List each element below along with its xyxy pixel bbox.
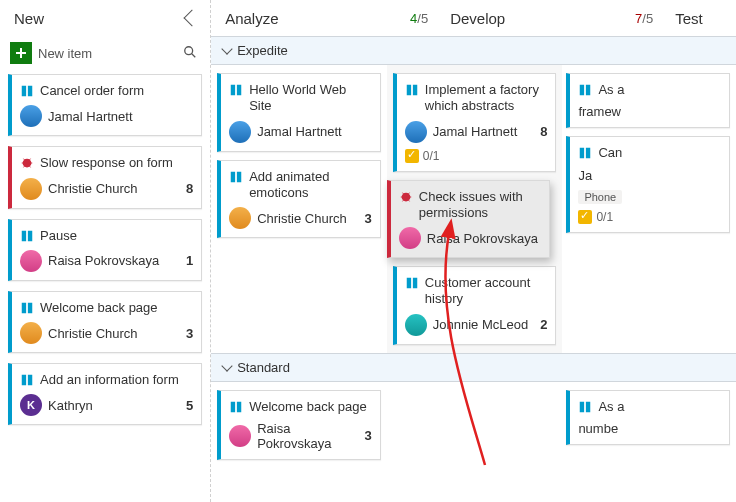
column-header-develop: Develop 7/5 [436,0,661,36]
assignee-name: Christie Church [48,181,138,196]
story-icon [405,83,419,97]
avatar: K [20,394,42,416]
avatar [399,227,421,249]
story-icon [20,301,34,315]
work-item-card[interactable]: Cancel order formJamal Hartnett [8,74,202,136]
story-icon [20,229,34,243]
card-title: Implement a factory which abstracts [425,82,548,115]
work-item-card[interactable]: Hello World Web SiteJamal Hartnett [217,73,381,152]
avatar [20,322,42,344]
avatar [20,105,42,127]
svg-rect-31 [586,148,590,159]
svg-rect-30 [580,148,584,159]
work-item-card[interactable]: Add animated emoticonsChristie Church3 [217,160,381,239]
svg-rect-16 [231,85,235,96]
svg-point-2 [185,46,193,54]
svg-rect-32 [231,401,235,412]
work-item-card[interactable]: CanJaPhone0/1 [566,136,730,232]
wip-count: 4/5 [410,11,428,26]
chevron-down-icon [221,360,232,371]
column-title: Develop [450,10,635,27]
swimlane-title: Expedite [237,43,288,58]
avatar [229,121,251,143]
svg-rect-29 [586,85,590,96]
work-item-card[interactable]: Welcome back pageRaisa Pokrovskaya3 [217,390,381,460]
card-title: Welcome back page [249,399,372,415]
add-new-item-button[interactable] [10,42,32,64]
card-subtext: Ja [578,168,592,183]
svg-rect-10 [22,230,26,241]
work-item-card[interactable]: Customer account historyJohnnie McLeod2 [393,266,557,345]
story-icon [578,400,592,414]
assignee-name: Kathryn [48,398,93,413]
column-header-new: New [0,0,210,36]
card-title: Slow response on form [40,155,193,171]
chevron-down-icon [221,43,232,54]
card-title: Pause [40,228,193,244]
card-count: 2 [540,317,547,332]
column-title: Analyze [225,10,410,27]
column-title: New [14,10,186,27]
wip-count: 7/5 [635,11,653,26]
work-item-card[interactable]: Add an information formKKathryn5 [8,363,202,425]
card-title: As a [598,399,721,415]
svg-rect-5 [28,86,32,97]
svg-rect-27 [413,278,417,289]
assignee-name: Raisa Pokrovskaya [48,253,159,268]
svg-rect-14 [22,375,26,386]
swimlane-header-expedite[interactable]: Expedite [211,36,736,65]
bug-icon [20,156,34,170]
column-header-test: Test [661,0,736,36]
svg-rect-35 [586,401,590,412]
new-item-label[interactable]: New item [38,46,174,61]
svg-rect-11 [28,230,32,241]
task-progress: 0/1 [578,210,721,224]
story-icon [20,84,34,98]
card-count: 1 [186,253,193,268]
story-icon [20,373,34,387]
card-title: Add animated emoticons [249,169,372,202]
story-icon [578,146,592,160]
assignee-name: Jamal Hartnett [257,124,342,139]
swimlane-header-standard[interactable]: Standard [211,353,736,382]
svg-rect-12 [22,303,26,314]
svg-rect-34 [580,401,584,412]
assignee-name: Raisa Pokrovskaya [257,421,358,451]
svg-rect-4 [22,86,26,97]
plus-icon [15,47,27,59]
assignee-name: Raisa Pokrovskaya [427,231,538,246]
work-item-card[interactable]: PauseRaisa Pokrovskaya1 [8,219,202,281]
work-item-card[interactable]: As anumbe [566,390,730,445]
work-item-card[interactable]: Check issues with permissionsRaisa Pokro… [387,180,551,259]
card-title: As a [598,82,721,98]
avatar [20,250,42,272]
avatar [405,314,427,336]
work-item-card[interactable]: Slow response on formChristie Church8 [8,146,202,208]
avatar [229,425,251,447]
bug-icon [399,190,413,204]
svg-rect-15 [28,375,32,386]
story-icon [405,276,419,290]
checklist-icon [405,149,419,163]
svg-rect-1 [16,52,26,54]
svg-rect-28 [580,85,584,96]
card-count: 3 [186,326,193,341]
svg-line-3 [192,53,196,57]
card-count: 5 [186,398,193,413]
work-item-card[interactable]: Implement a factory which abstractsJamal… [393,73,557,172]
svg-rect-13 [28,303,32,314]
story-icon [229,170,243,184]
story-icon [229,400,243,414]
work-item-card[interactable]: Welcome back pageChristie Church3 [8,291,202,353]
card-title: Add an information form [40,372,193,388]
avatar [229,207,251,229]
assignee-name: Jamal Hartnett [433,124,518,139]
svg-rect-21 [413,85,417,96]
search-icon[interactable] [180,45,200,62]
collapse-icon[interactable] [184,10,201,27]
svg-rect-33 [237,401,241,412]
card-count: 8 [186,181,193,196]
card-title: Can [598,145,721,161]
work-item-card[interactable]: As aframew [566,73,730,128]
checklist-icon [578,210,592,224]
